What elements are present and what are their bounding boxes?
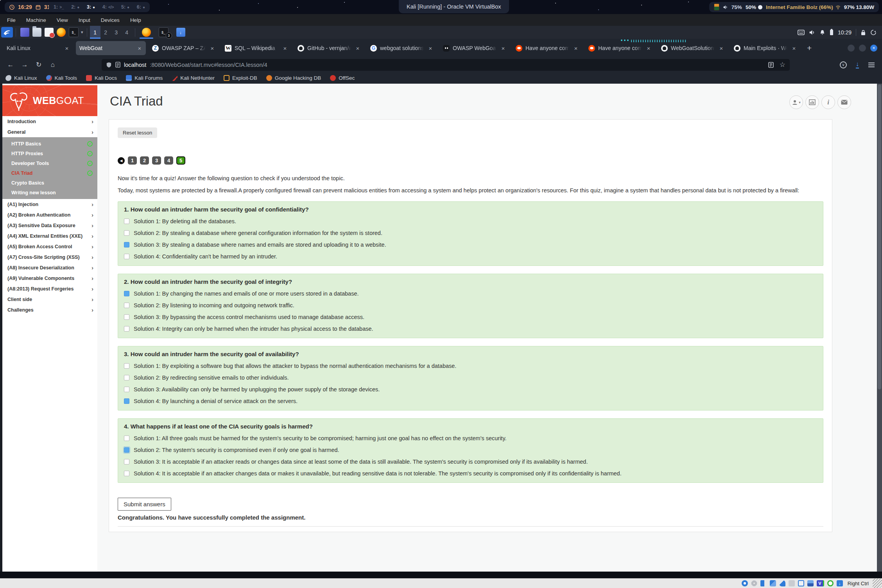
downloads-folder-button[interactable] bbox=[175, 28, 187, 37]
home-button[interactable]: ⌂ bbox=[47, 59, 59, 70]
sidebar-item-general[interactable]: General bbox=[2, 127, 97, 137]
text-editor-icon[interactable] bbox=[45, 28, 54, 37]
tab-webgoat-solutions-search[interactable]: webgoat solutions - bbox=[367, 41, 437, 55]
host-workspace-4[interactable]: 4:</> bbox=[102, 4, 114, 10]
host-workspace-2[interactable]: 2:● bbox=[71, 4, 79, 10]
battery-icon[interactable] bbox=[830, 29, 834, 36]
sidebar-item-a3-sensitive-data-exposure[interactable]: (A3) Sensitive Data Exposure bbox=[2, 220, 97, 231]
page-button-2[interactable]: 2 bbox=[140, 156, 149, 165]
answer-option[interactable]: Solution 2: The system's security is com… bbox=[124, 447, 817, 453]
window-buttons-icon[interactable] bbox=[20, 28, 29, 37]
sidebar-item-client-side[interactable]: Client side bbox=[2, 294, 97, 305]
audio-status-icon[interactable] bbox=[760, 580, 767, 586]
page-button-4[interactable]: 4 bbox=[164, 156, 173, 165]
sidebar-item-a8-insecure-deserialization[interactable]: (A8) Insecure Deserialization bbox=[2, 262, 97, 273]
hard-disks-icon[interactable] bbox=[742, 580, 748, 586]
vm-workspace-4[interactable]: 4 bbox=[122, 26, 132, 39]
reload-button[interactable]: ↻ bbox=[33, 59, 45, 70]
tab-close-icon[interactable] bbox=[646, 45, 651, 52]
page-button-5[interactable]: 5 bbox=[176, 156, 185, 165]
bookmark-google-hacking-db[interactable]: Google Hacking DB bbox=[266, 75, 321, 81]
checkbox-checked[interactable] bbox=[124, 398, 129, 404]
usb-devices-icon[interactable] bbox=[779, 580, 785, 586]
host-workspace-3[interactable]: 3:● bbox=[87, 4, 95, 10]
lesson-cia-triad[interactable]: CIA Triad bbox=[2, 168, 97, 178]
menu-help[interactable]: Help bbox=[130, 17, 141, 23]
display-status-icon[interactable] bbox=[798, 580, 804, 586]
tab-main-exploits[interactable]: Main Exploits · WebG bbox=[730, 41, 800, 55]
previous-page-button[interactable] bbox=[118, 157, 125, 164]
host-workspace-1[interactable]: 1:>_ bbox=[54, 4, 64, 10]
terminal-window-button[interactable]: 3 bbox=[157, 27, 170, 37]
sidebar-item-a5-broken-access-control[interactable]: (A5) Broken Access Control bbox=[2, 241, 97, 252]
bookmark-kali-forums[interactable]: Kali Forums bbox=[126, 75, 163, 81]
answer-option[interactable]: Solution 4: By launching a denial of ser… bbox=[124, 398, 817, 404]
host-workspaces[interactable]: 1:>_ 2:● 3:● 4:</> 5:● 6:● bbox=[49, 2, 150, 12]
vm-clock[interactable]: 10:29 bbox=[838, 29, 852, 36]
answer-option[interactable]: Solution 2: By stealing a database where… bbox=[124, 230, 817, 236]
reset-lesson-button[interactable]: Reset lesson bbox=[118, 127, 157, 138]
notifications-bell-icon[interactable] bbox=[819, 29, 825, 36]
checkbox[interactable] bbox=[124, 326, 129, 332]
tab-sql-wikipedia[interactable]: SQL – Wikipedia bbox=[221, 41, 291, 55]
answer-option[interactable]: Solution 3: It is acceptable if an attac… bbox=[124, 459, 817, 465]
bookmark-star-icon[interactable]: ☆ bbox=[780, 61, 785, 69]
maximize-button[interactable] bbox=[859, 45, 866, 52]
tab-close-icon[interactable] bbox=[719, 45, 724, 52]
tab-owasp-webgoat[interactable]: OWASP WebGoat: G bbox=[439, 41, 509, 55]
tab-close-icon[interactable] bbox=[137, 45, 142, 52]
tab-kali-linux[interactable]: Kali Linux bbox=[3, 41, 73, 55]
tab-reddit-2[interactable]: Have anyone comple bbox=[585, 41, 655, 55]
bookmark-kali-tools[interactable]: Kali Tools bbox=[46, 75, 77, 81]
checkbox[interactable] bbox=[124, 230, 129, 236]
bookmark-offsec[interactable]: OffSec bbox=[330, 75, 355, 81]
sidebar-item-a2-broken-authentication[interactable]: (A2) Broken Authentication bbox=[2, 210, 97, 220]
resize-grip[interactable] bbox=[873, 579, 882, 588]
about-button[interactable]: i bbox=[821, 95, 835, 109]
file-manager-icon[interactable] bbox=[32, 28, 41, 37]
checkbox-checked[interactable] bbox=[124, 291, 129, 296]
checkbox[interactable] bbox=[124, 363, 129, 369]
answer-option[interactable]: Solution 1: By exploiting a software bug… bbox=[124, 363, 817, 369]
contact-button[interactable] bbox=[837, 95, 851, 109]
answer-option[interactable]: Solution 3: By bypassing the access cont… bbox=[124, 314, 817, 320]
checkbox[interactable] bbox=[124, 471, 129, 476]
logout-icon[interactable] bbox=[870, 29, 877, 36]
lesson-http-basics[interactable]: HTTP Basics bbox=[2, 139, 97, 149]
tab-reddit-1[interactable]: Have anyone comple bbox=[512, 41, 582, 55]
tab-close-icon[interactable] bbox=[210, 45, 215, 52]
shield-icon[interactable] bbox=[106, 62, 112, 68]
scrollbar-thumb[interactable] bbox=[878, 84, 881, 389]
menu-file[interactable]: File bbox=[7, 17, 16, 23]
menu-devices[interactable]: Devices bbox=[101, 17, 120, 23]
sidebar-item-a8-2013-request-forgeries[interactable]: (A8:2013) Request Forgeries bbox=[2, 283, 97, 294]
sidebar-item-a7-xss[interactable]: (A7) Cross-Site Scripting (XSS) bbox=[2, 252, 97, 262]
chevron-down-icon[interactable]: ▾ bbox=[81, 30, 83, 35]
recording-status-icon[interactable] bbox=[807, 580, 814, 586]
checkbox-checked[interactable] bbox=[124, 447, 129, 453]
lock-icon[interactable] bbox=[860, 29, 866, 36]
checkbox[interactable] bbox=[124, 219, 129, 224]
checkbox[interactable] bbox=[124, 303, 129, 308]
answer-option[interactable]: Solution 4: It is acceptable if an attac… bbox=[124, 470, 817, 477]
answer-option[interactable]: Solution 4: Integrity can only be harmed… bbox=[124, 326, 817, 332]
checkbox-checked[interactable] bbox=[124, 242, 129, 247]
answer-option[interactable]: Solution 3: By stealing a database where… bbox=[124, 242, 817, 248]
sidebar-item-a4-xxe[interactable]: (A4) XML External Entities (XXE) bbox=[2, 231, 97, 241]
host-workspace-5[interactable]: 5:● bbox=[121, 4, 129, 10]
back-button[interactable]: ← bbox=[5, 59, 16, 70]
bookmark-kali-docs[interactable]: Kali Docs bbox=[86, 75, 117, 81]
tab-close-icon[interactable] bbox=[282, 45, 288, 52]
scoreboard-button[interactable] bbox=[805, 95, 819, 109]
tab-owasp-zap[interactable]: OWASP ZAP – ZAP in bbox=[149, 41, 219, 55]
tab-webgoat[interactable]: WebGoat bbox=[76, 41, 146, 55]
user-menu-button[interactable]: ▾ bbox=[789, 95, 803, 109]
kali-menu-button[interactable] bbox=[1, 27, 13, 38]
bookmark-kali-linux[interactable]: Kali Linux bbox=[5, 75, 37, 81]
vm-workspace-2[interactable]: 2 bbox=[100, 26, 111, 39]
downloads-icon[interactable] bbox=[852, 59, 863, 70]
lesson-http-proxies[interactable]: HTTP Proxies bbox=[2, 149, 97, 158]
close-button[interactable] bbox=[870, 45, 877, 52]
bookmark-kali-nethunter[interactable]: Kali NetHunter bbox=[172, 75, 215, 81]
page-scrollbar[interactable] bbox=[877, 84, 882, 572]
